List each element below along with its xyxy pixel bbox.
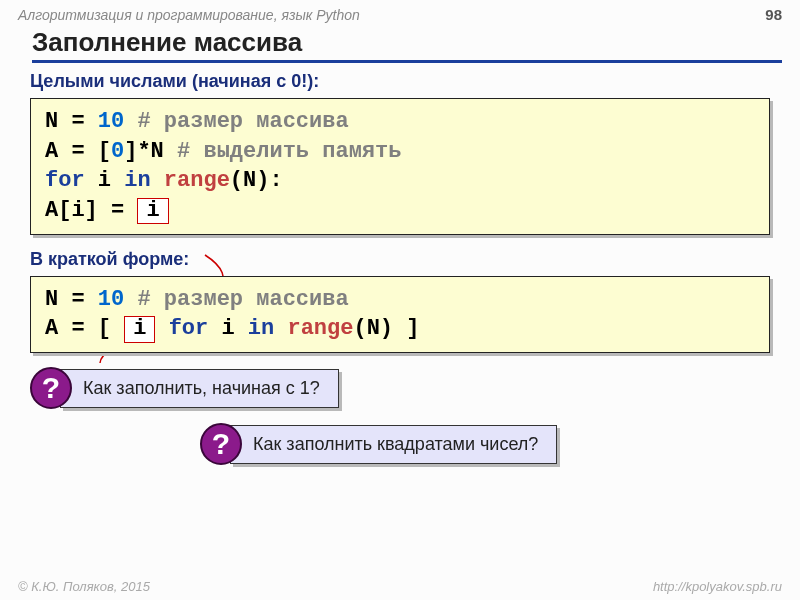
question-2-text: Как заполнить квадратами чисел? <box>230 425 557 464</box>
code-line: N = 10 # размер массива <box>45 285 755 315</box>
code-block-2: N = 10 # размер массива A = [ i for i in… <box>30 276 770 353</box>
block2-caption: В краткой форме: <box>30 249 770 270</box>
code-line: N = 10 # размер массива <box>45 107 755 137</box>
footer-url: http://kpolyakov.spb.ru <box>653 579 782 594</box>
footer-copyright: © К.Ю. Поляков, 2015 <box>18 579 150 594</box>
code-line: A = [0]*N # выделить память <box>45 137 755 167</box>
question-1-text: Как заполнить, начиная с 1? <box>60 369 339 408</box>
code-line: A[i] = i <box>45 196 755 226</box>
page-title: Заполнение массива <box>32 27 782 63</box>
course-label: Алгоритмизация и программирование, язык … <box>18 7 360 23</box>
block1-caption: Целыми числами (начиная с 0!): <box>30 71 770 92</box>
code-line: A = [ i for i in range(N) ] <box>45 314 755 344</box>
highlight-i-2: i <box>124 316 155 342</box>
question-1: ? Как заполнить, начиная с 1? <box>30 367 770 409</box>
page-number: 98 <box>765 6 782 23</box>
highlight-i-1: i <box>137 198 168 224</box>
question-2: ? Как заполнить квадратами чисел? <box>200 423 770 465</box>
question-mark-icon: ? <box>200 423 242 465</box>
code-line: for i in range(N): <box>45 166 755 196</box>
question-mark-icon: ? <box>30 367 72 409</box>
code-block-1: N = 10 # размер массива A = [0]*N # выде… <box>30 98 770 235</box>
